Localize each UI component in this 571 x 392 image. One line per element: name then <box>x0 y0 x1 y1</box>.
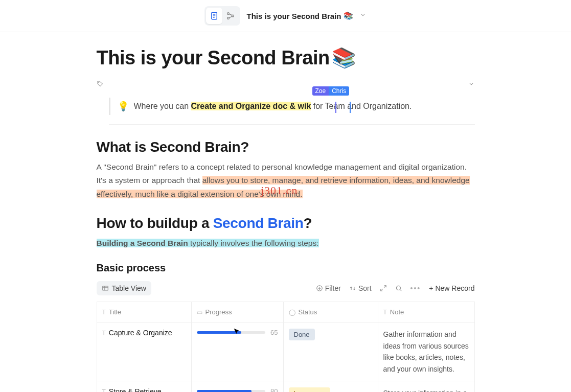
data-table: TTitle ▭Progress ◯Status TNote TCapture … <box>97 302 475 392</box>
status-icon: ◯ <box>289 309 295 316</box>
svg-rect-8 <box>102 286 108 290</box>
search-icon <box>395 285 402 292</box>
progress-bar[interactable] <box>197 331 266 334</box>
text-icon: T <box>102 330 106 337</box>
table-view-button[interactable]: Table View <box>97 281 151 295</box>
collab-cursor-1 <box>335 102 336 113</box>
callout-text: Where you can Create and Organize doc & … <box>134 102 412 111</box>
table-header-row: TTitle ▭Progress ◯Status TNote <box>97 302 474 322</box>
second-brain-link[interactable]: Second Brain <box>213 215 304 231</box>
text-icon: T <box>383 309 387 316</box>
sort-icon <box>349 285 356 292</box>
expand-icon <box>380 285 387 292</box>
new-record-button[interactable]: + New Record <box>429 284 474 292</box>
how-paragraph[interactable]: Building a Second Brain typically involv… <box>97 237 475 250</box>
top-title-emoji: 📚 <box>344 11 353 20</box>
filter-icon <box>316 285 323 292</box>
user-badge-chris: Chris <box>329 86 349 96</box>
cell-note[interactable]: Gather information and ideas from variou… <box>378 322 474 381</box>
top-title-text: This is your Second Brain <box>246 12 341 20</box>
divider <box>109 124 475 125</box>
graph-mode-button[interactable] <box>222 8 239 24</box>
dots-icon: ••• <box>410 284 421 292</box>
table-view-label: Table View <box>112 284 146 292</box>
col-title[interactable]: TTitle <box>97 302 191 322</box>
table-row[interactable]: TCapture & Organize65DoneGather informat… <box>97 322 474 381</box>
chevron-down-icon[interactable] <box>359 11 367 20</box>
page-title[interactable]: This is your Second Brain 📚 <box>97 47 475 69</box>
cell-progress[interactable]: 80 <box>191 381 283 392</box>
collab-badges: Zoe Chris <box>312 86 350 96</box>
text-icon: T <box>102 388 106 392</box>
expand-button[interactable] <box>380 285 387 292</box>
what-paragraph[interactable]: A "Second Brain" refers to a concept rel… <box>97 160 475 201</box>
col-note[interactable]: TNote <box>378 302 474 322</box>
cell-note[interactable]: Store your information in a digital form… <box>378 381 474 392</box>
progress-icon: ▭ <box>197 309 202 316</box>
page-content: This is your Second Brain 📚 Zoe Chris 💡 … <box>97 47 475 392</box>
progress-value: 80 <box>270 387 278 392</box>
tag-row <box>97 80 475 89</box>
document-icon <box>210 11 219 20</box>
top-title[interactable]: This is your Second Brain 📚 <box>246 11 353 20</box>
progress-bar[interactable] <box>197 390 266 392</box>
mode-toggle <box>204 6 240 26</box>
text-icon: T <box>102 309 106 316</box>
status-badge: Inprogress <box>289 387 330 392</box>
status-badge: Done <box>289 329 315 340</box>
h1-emoji: 📚 <box>332 47 356 69</box>
col-status[interactable]: ◯Status <box>283 302 378 322</box>
user-badge-zoe: Zoe <box>312 86 329 96</box>
svg-point-7 <box>98 82 99 83</box>
basic-process-heading[interactable]: Basic process <box>97 262 475 274</box>
search-button[interactable] <box>395 285 402 292</box>
col-progress[interactable]: ▭Progress <box>191 302 283 322</box>
h1-text: This is your Second Brain <box>97 47 330 69</box>
branch-icon <box>226 11 235 20</box>
svg-line-14 <box>384 286 386 288</box>
cell-status[interactable]: Done <box>283 322 378 381</box>
callout-highlight: Create and Organize doc & wik <box>191 102 311 110</box>
sort-button[interactable]: Sort <box>349 284 372 292</box>
progress-value: 65 <box>270 329 278 336</box>
top-bar: This is your Second Brain 📚 <box>0 0 571 32</box>
callout[interactable]: Zoe Chris 💡 Where you can Create and Org… <box>109 98 475 115</box>
collab-cursor-2 <box>350 102 351 113</box>
doc-mode-button[interactable] <box>206 8 222 24</box>
cell-title[interactable]: TCapture & Organize <box>97 322 191 381</box>
bulb-icon: 💡 <box>118 101 129 112</box>
collapse-icon[interactable] <box>468 80 475 89</box>
svg-line-17 <box>400 290 401 291</box>
svg-line-15 <box>380 289 382 291</box>
table-icon <box>102 285 109 292</box>
svg-point-16 <box>396 286 400 290</box>
plus-icon: + <box>429 284 433 292</box>
heading-what[interactable]: What is Second Brain? <box>97 139 475 155</box>
tag-icon[interactable] <box>97 80 104 89</box>
cell-status[interactable]: Inprogress <box>283 381 378 392</box>
more-button[interactable]: ••• <box>410 284 421 292</box>
table-row[interactable]: TStore & Retrieve80InprogressStore your … <box>97 381 474 392</box>
filter-button[interactable]: Filter <box>316 284 341 292</box>
table-toolbar: Table View Filter Sort ••• + New Reco <box>97 281 475 295</box>
heading-how[interactable]: How to buildup a Second Brain? <box>97 215 475 232</box>
toolbar-right: Filter Sort ••• + New Record <box>316 284 475 292</box>
cell-title[interactable]: TStore & Retrieve <box>97 381 191 392</box>
cell-progress[interactable]: 65 <box>191 322 283 381</box>
